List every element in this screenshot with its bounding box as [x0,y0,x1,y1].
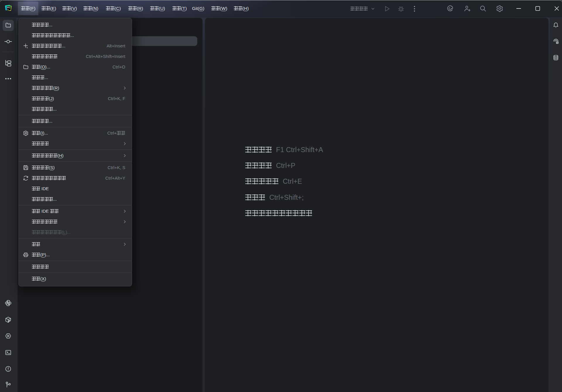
svg-text:PC: PC [7,6,11,9]
